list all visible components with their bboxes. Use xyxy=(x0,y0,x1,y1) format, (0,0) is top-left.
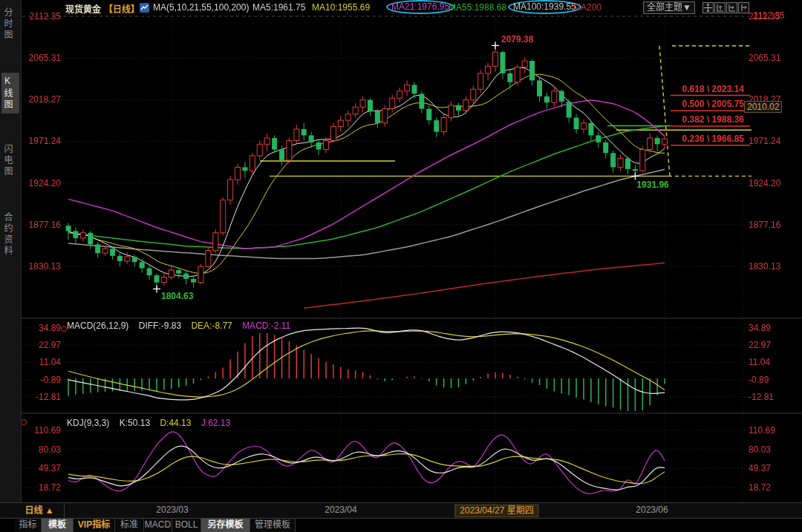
macd-marker-dot-icon[interactable] xyxy=(61,326,67,332)
shift-right-icon[interactable] xyxy=(738,2,749,13)
tab-4[interactable]: 标准 xyxy=(115,519,144,532)
ma-value-6: MA200 xyxy=(573,2,602,13)
tab-1[interactable]: 指标 xyxy=(15,519,42,532)
kdj-header: KDJ(9,3,3) K:50.13 D:44.13 J:62.13 xyxy=(67,418,238,428)
bottom-tab-bar: 指标模板VIP指标标准MACDBOLL另存模板管理模板 xyxy=(15,519,296,532)
sidebar-item-1[interactable]: 分时图 xyxy=(1,4,19,44)
axis-right-icon[interactable] xyxy=(726,2,737,13)
kdj-title[interactable]: KDJ(9,3,3) xyxy=(67,418,109,428)
tab-7[interactable]: 另存模板 xyxy=(201,519,250,532)
kdj-j-value: J:62.13 xyxy=(201,418,230,428)
ma-value-2: MA10:1955.69 xyxy=(312,2,370,13)
kdj-d-value: D:44.13 xyxy=(160,418,191,428)
date-tick-1: 2023/03 xyxy=(156,505,188,515)
tab-6[interactable]: BOLL xyxy=(172,519,201,532)
date-tick-2: 2023/04 xyxy=(325,505,356,515)
left-sidebar: 分时图K线图闪电图合约资料 xyxy=(0,0,22,502)
kdj-marker-dot-icon[interactable] xyxy=(21,419,27,425)
date-tick-4: 2023/06 xyxy=(636,505,668,515)
ma-value-3: MA21:1976.95 xyxy=(386,0,454,14)
tab-3[interactable]: VIP指标 xyxy=(74,519,115,532)
macd-title[interactable]: MACD(26,12,9) xyxy=(67,321,128,331)
macd-dea-value: DEA:-8.77 xyxy=(191,321,232,331)
macd-header: MACD(26,12,9) DIFF:-9.83 DEA:-8.77 MACD:… xyxy=(67,321,298,331)
top-right-price-label: 2112.35 xyxy=(753,10,785,21)
sidebar-item-4[interactable]: 合约资料 xyxy=(1,209,19,260)
kdj-k-value: K:50.13 xyxy=(120,418,150,428)
period-selector[interactable]: 日线 ▲ xyxy=(15,503,65,518)
chart-type-icon[interactable] xyxy=(140,3,149,15)
theme-dropdown-button[interactable]: 全部主题▼ xyxy=(643,1,695,14)
ma-value-5: MA100:1939.55 xyxy=(508,0,581,14)
tab-2[interactable]: 模板 xyxy=(42,519,74,532)
ma-value-1: MA5:1961.75 xyxy=(252,2,305,13)
period-tag: 【日线】 xyxy=(104,2,140,15)
tab-5[interactable]: MACD xyxy=(144,519,172,532)
symbol-title: 现货黄金 xyxy=(65,2,101,15)
axis-up-icon[interactable] xyxy=(714,2,726,13)
tab-8[interactable]: 管理模板 xyxy=(250,519,296,532)
chart-canvas[interactable] xyxy=(0,0,802,532)
macd-diff-value: DIFF:-9.83 xyxy=(139,321,181,331)
sidebar-item-3[interactable]: 闪电图 xyxy=(1,141,19,180)
chart-header: 现货黄金 【日线】 MA(5,10,21,55,100,200) MA5:196… xyxy=(0,0,802,16)
date-axis-row: 日线 ▲ 2023/032023/042023/04/27 星期四2023/06 xyxy=(0,502,802,519)
current-price-tag: 2010.02 xyxy=(744,101,782,113)
trading-app-window: 现货黄金 【日线】 MA(5,10,21,55,100,200) MA5:196… xyxy=(0,0,802,532)
sidebar-item-2[interactable]: K线图 xyxy=(1,73,19,114)
ma-settings-label[interactable]: MA(5,10,21,55,100,200) xyxy=(153,2,249,13)
ma-value-4: MA55:1988.68 xyxy=(449,2,506,13)
date-tick-3[interactable]: 2023/04/27 星期四 xyxy=(454,505,538,517)
pan-crosshair-icon[interactable] xyxy=(702,2,714,13)
macd-value: MACD:-2.11 xyxy=(242,321,290,331)
